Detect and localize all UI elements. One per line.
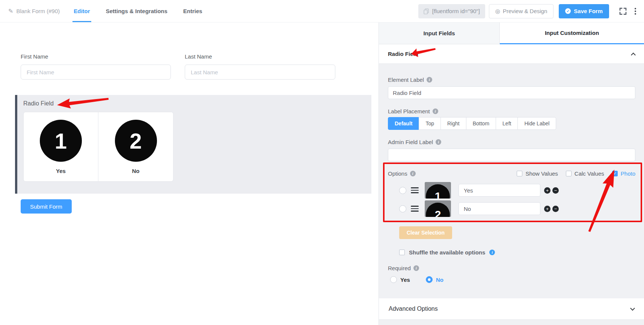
chevron-up-icon [631,53,636,57]
options-label: Options [388,170,407,177]
add-option-button[interactable]: + [544,206,550,212]
tab-entries[interactable]: Entries [175,0,210,22]
option-row-yes: 1 + − [388,182,635,199]
save-form-button[interactable]: ✓ Save Form [559,4,609,18]
remove-option-button[interactable]: − [552,206,559,212]
preview-design-button[interactable]: ◎ Preview & Design [489,4,554,18]
advanced-options-label: Advanced Options [389,305,438,312]
info-icon[interactable]: i [427,77,432,83]
copy-icon [424,8,429,14]
drag-handle-icon[interactable] [411,187,419,194]
tab-editor[interactable]: Editor [66,0,98,22]
placement-top-button[interactable]: Top [419,117,441,130]
placement-bottom-button[interactable]: Bottom [466,117,496,130]
checkbox-checked-icon: ✓ [612,171,618,176]
clear-selection-button[interactable]: Clear Selection [399,226,452,239]
photo-options: 1 Yes 2 No [23,112,371,182]
option-photo-thumbnail[interactable]: 2 [425,200,451,217]
placement-default-button[interactable]: Default [388,117,419,130]
advanced-options-header[interactable]: Advanced Options [379,298,644,320]
more-options-kebab-icon[interactable] [633,6,638,16]
add-option-button[interactable]: + [544,187,550,194]
last-name-label: Last Name [185,53,212,60]
required-no-radio[interactable] [426,276,433,283]
shuffle-options-row: Shuffle the available options i [399,249,635,256]
tab-settings-integrations[interactable]: Settings & Integrations [98,0,175,22]
option-radio[interactable] [399,205,406,212]
form-title-text: Blank Form (#90) [16,8,60,14]
element-label-input[interactable] [388,86,635,99]
photo-option-label: No [132,168,140,174]
option-value-input[interactable] [458,184,540,197]
settings-sidebar: Input Fields Input Customization Radio F… [379,23,644,325]
fullscreen-icon[interactable] [619,7,627,15]
required-yes-radio[interactable] [390,276,397,283]
top-bar: ✎ Blank Form (#90) Editor Settings & Int… [0,0,644,23]
eye-icon: ◎ [495,8,500,15]
submit-form-button[interactable]: Submit Form [21,199,72,214]
customization-panel: Element Label i Label Placement i Defaul… [379,64,644,298]
shortcode-pill[interactable]: [fluentform id="90"] [418,4,485,18]
photo-option-image-2: 2 [115,120,157,162]
info-icon[interactable]: i [410,171,416,176]
required-no-label: No [436,277,443,283]
option-row-no: 2 + − [388,200,635,217]
radio-field-canvas-label: Radio Field [23,100,371,107]
info-icon[interactable]: i [413,265,419,271]
option-radio[interactable] [399,187,406,194]
first-name-label: First Name [21,53,48,60]
next-section-strip [379,320,644,325]
info-icon[interactable]: i [436,139,441,145]
radio-field-section-header[interactable]: Radio Field [379,44,644,64]
checkbox-icon [566,171,572,176]
shortcode-text: [fluentform id="90"] [432,8,480,14]
label-placement-label: Label Placement [388,108,430,114]
required-section: Required i Yes No [388,265,635,283]
last-name-input[interactable] [185,65,335,80]
photo-option-label: Yes [56,168,66,174]
remove-option-button[interactable]: − [552,187,559,194]
option-value-input[interactable] [458,202,540,215]
photo-checkbox[interactable]: ✓ Photo [612,170,635,177]
drag-handle-icon[interactable] [411,205,419,212]
info-icon-blue[interactable]: i [489,250,495,255]
sidebar-tabs: Input Fields Input Customization [379,23,644,44]
tab-input-fields[interactable]: Input Fields [379,23,500,44]
placement-right-button[interactable]: Right [440,117,466,130]
admin-field-label-label: Admin Field Label [388,139,433,145]
options-section: Options i Show Values Calc Values ✓ Phot… [388,170,635,239]
option-photo-thumbnail[interactable]: 1 [425,182,451,199]
element-label-label: Element Label [388,77,424,83]
placement-left-button[interactable]: Left [496,117,518,130]
photo-option-image-1: 1 [40,120,82,162]
photo-option-no[interactable]: 2 No [98,112,173,182]
shuffle-label: Shuffle the available options [409,249,485,256]
top-nav: Editor Settings & Integrations Entries [66,0,210,22]
photo-option-yes[interactable]: 1 Yes [23,112,98,182]
chevron-down-icon [630,306,635,311]
required-yes-label: Yes [400,277,410,283]
form-canvas: First Name Last Name Radio Field 1 Yes 2… [0,23,379,325]
check-circle-icon: ✓ [565,8,571,14]
shuffle-checkbox[interactable] [399,250,405,255]
section-title: Radio Field [388,51,418,57]
show-values-checkbox[interactable]: Show Values [517,170,558,177]
form-title: ✎ Blank Form (#90) [8,8,60,15]
admin-field-label-input[interactable] [388,149,635,161]
info-icon[interactable]: i [433,108,438,114]
required-label: Required [388,265,411,271]
placement-hide-label-button[interactable]: Hide Label [517,117,556,130]
calc-values-checkbox[interactable]: Calc Values [566,170,604,177]
tab-input-customization[interactable]: Input Customization [500,23,644,44]
pencil-icon[interactable]: ✎ [8,8,13,15]
radio-field-element[interactable]: Radio Field 1 Yes 2 No [15,95,371,194]
first-name-input[interactable] [21,65,171,80]
label-placement-group: Default Top Right Bottom Left Hide Label [388,117,556,130]
checkbox-icon [517,171,522,176]
